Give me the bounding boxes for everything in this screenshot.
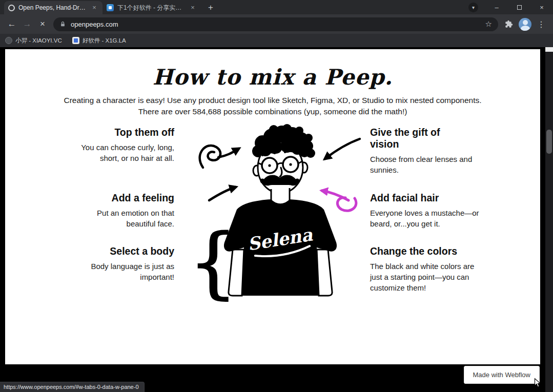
- tab-strip: Open Peeps, Hand-Drawn Illus × 下1个好软件 - …: [0, 0, 217, 14]
- minimize-button[interactable]: –: [485, 0, 508, 14]
- tab-search-button[interactable]: ▾: [468, 3, 478, 12]
- feature-body: Put an emotion on that beautiful face.: [77, 208, 174, 229]
- feature-body: Body language is just as important!: [77, 261, 174, 282]
- browser-toolbar: ← → × openpeeps.com ☆ ⋮: [0, 14, 553, 34]
- open-peeps-favicon: [8, 5, 15, 11]
- bookmark-item-haoruanjian[interactable]: 好软件 - X1G.LA: [72, 37, 126, 45]
- page-viewport: How to mix a Peep. Creating a character …: [0, 47, 553, 392]
- feature-top-them-off: Top them off You can choose curly, long,…: [77, 127, 174, 163]
- feature-heading: Give the gift of vision: [370, 127, 456, 150]
- window-controls: ▾ – ×: [468, 0, 553, 14]
- profile-avatar[interactable]: [519, 18, 531, 31]
- feature-heading: Change the colors: [370, 245, 480, 257]
- bookmark-item-xiaoyi[interactable]: 小羿 - XIAOYI.VC: [5, 37, 62, 45]
- stop-icon: ×: [40, 19, 45, 29]
- puzzle-icon: [505, 20, 513, 28]
- feature-body: You can choose curly, long, short, or no…: [77, 142, 174, 163]
- tab-close-icon[interactable]: ×: [90, 4, 98, 12]
- menu-button[interactable]: ⋮: [534, 16, 549, 32]
- tab-close-icon[interactable]: ×: [189, 4, 197, 12]
- bookmark-favicon: [72, 37, 79, 44]
- neck: [271, 185, 290, 202]
- page-subtitle: Creating a character is easy! Use any pr…: [5, 95, 540, 117]
- webflow-badge[interactable]: Made with Webflow: [464, 366, 540, 384]
- feature-gift-of-vision: Give the gift of vision Choose from clea…: [370, 127, 480, 175]
- page-scrollbar[interactable]: [545, 47, 553, 392]
- stop-button[interactable]: ×: [35, 16, 50, 32]
- feature-body: The black and white colors are just a st…: [370, 261, 480, 293]
- feature-heading: Select a body: [77, 245, 174, 257]
- how-to-mix-section: How to mix a Peep. Creating a character …: [5, 49, 540, 364]
- peep-character: Selena: [224, 124, 337, 296]
- peep-illustration: {: [186, 122, 365, 302]
- subtitle-line-2: There are over 584,688 possible combinat…: [5, 106, 540, 117]
- face-arrow: [209, 187, 236, 200]
- status-url-bubble: https://www.openpeeps.com/#w-tabs-0-data…: [0, 382, 145, 392]
- feature-heading: Add a feeling: [77, 192, 174, 204]
- forward-button[interactable]: →: [19, 16, 35, 32]
- feature-select-a-body: Select a body Body language is just as i…: [77, 245, 174, 282]
- close-icon: ×: [540, 4, 544, 11]
- new-tab-button[interactable]: +: [204, 1, 217, 14]
- tab-haoruanjian[interactable]: 下1个好软件 - 分享实用好玩有趣 ×: [103, 1, 201, 14]
- chevron-down-icon: ▾: [472, 5, 475, 10]
- mustache-arrow: [322, 191, 356, 211]
- glasses-arrow: [325, 139, 360, 159]
- feature-body: Choose from clear lenses and sunnies.: [370, 154, 480, 175]
- feature-body: Everyone loves a mustache—or beard, or..…: [370, 208, 480, 229]
- scrollbar-top-cap: [545, 47, 553, 52]
- mouse-cursor-icon: [532, 378, 542, 388]
- feature-heading: Top them off: [77, 127, 174, 138]
- scrollbar-thumb[interactable]: [546, 130, 552, 154]
- subtitle-line-1: Creating a character is easy! Use any pr…: [5, 95, 540, 106]
- maximize-icon: [517, 5, 522, 10]
- feature-heading: Add facial hair: [370, 192, 480, 204]
- close-button[interactable]: ×: [530, 0, 553, 14]
- maximize-button[interactable]: [508, 0, 530, 14]
- site-favicon: [107, 4, 114, 11]
- kebab-menu-icon: ⋮: [537, 19, 545, 29]
- feature-add-a-feeling: Add a feeling Put an emotion on that bea…: [77, 192, 174, 229]
- page-title: How to mix a Peep.: [5, 49, 540, 90]
- tab-title: Open Peeps, Hand-Drawn Illus: [18, 4, 87, 11]
- right-forearm: [317, 250, 332, 296]
- hero-area: Top them off You can choose curly, long,…: [5, 122, 540, 303]
- back-icon: ←: [8, 19, 16, 29]
- tab-open-peeps[interactable]: Open Peeps, Hand-Drawn Illus ×: [4, 1, 103, 14]
- bookmark-label: 好软件 - X1G.LA: [83, 37, 126, 45]
- feature-change-the-colors: Change the colors The black and white co…: [370, 245, 480, 293]
- minimize-icon: –: [495, 4, 498, 11]
- back-button[interactable]: ←: [4, 16, 19, 32]
- forward-icon: →: [23, 19, 32, 29]
- address-bar[interactable]: openpeeps.com ☆: [53, 17, 498, 31]
- hair-arrow: [200, 146, 239, 168]
- extensions-button[interactable]: [501, 16, 517, 32]
- bookmark-star-icon[interactable]: ☆: [485, 19, 492, 29]
- feature-add-facial-hair: Add facial hair Everyone loves a mustach…: [370, 192, 480, 229]
- bookmark-favicon: [5, 37, 12, 44]
- lock-icon: [59, 20, 66, 28]
- bookmark-label: 小羿 - XIAOYI.VC: [15, 37, 62, 45]
- browser-titlebar: Open Peeps, Hand-Drawn Illus × 下1个好软件 - …: [0, 0, 553, 14]
- bookmarks-bar: 小羿 - XIAOYI.VC 好软件 - X1G.LA: [0, 34, 553, 47]
- tab-title: 下1个好软件 - 分享实用好玩有趣: [117, 4, 185, 12]
- url-text: openpeeps.com: [71, 20, 481, 28]
